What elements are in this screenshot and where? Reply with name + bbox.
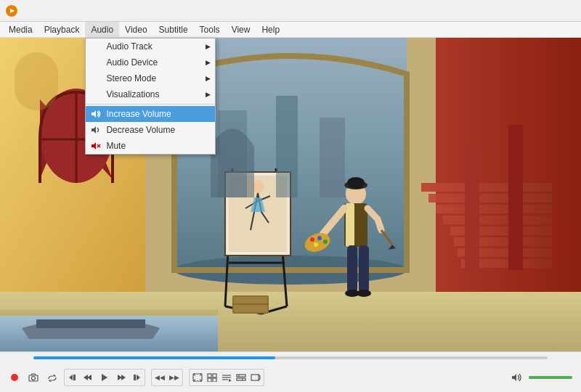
svg-rect-55	[359, 245, 369, 293]
svg-marker-3	[92, 126, 96, 134]
playback-controls	[64, 369, 145, 386]
audio-dropdown: Audio Track Audio Device Stereo Mode Vis…	[85, 38, 216, 155]
close-button[interactable]	[556, 4, 575, 18]
svg-point-44	[347, 177, 365, 189]
svg-rect-54	[347, 245, 357, 293]
volume-fill	[529, 376, 572, 379]
menu-stereo-mode[interactable]: Stereo Mode	[86, 70, 215, 86]
menu-visualizations[interactable]: Visualizations	[86, 86, 215, 102]
window-controls	[516, 4, 575, 18]
svg-rect-79	[213, 378, 216, 382]
record-dot	[11, 374, 18, 381]
svg-rect-78	[208, 378, 211, 382]
maximize-button[interactable]	[536, 4, 555, 18]
svg-rect-22	[436, 205, 552, 213]
visualizations-icon	[90, 89, 102, 100]
controls-bar: ◀◀ ▶▶	[0, 351, 581, 392]
svg-rect-28	[465, 147, 479, 270]
extended2-button[interactable]	[234, 370, 248, 385]
svg-point-51	[314, 242, 318, 247]
loop-button[interactable]	[44, 369, 61, 386]
record-button[interactable]	[6, 369, 23, 386]
faster-button[interactable]: ▶▶	[167, 370, 182, 385]
titlebar	[0, 0, 581, 22]
mute-icon	[90, 140, 102, 152]
extended-button[interactable]	[205, 370, 219, 385]
menu-subtitle[interactable]: Subtitle	[153, 22, 194, 38]
audio-device-icon	[90, 57, 102, 68]
snapshot-button[interactable]	[25, 369, 42, 386]
volume-area	[508, 369, 575, 386]
volume-icon-button[interactable]	[508, 369, 526, 386]
volume-bar[interactable]	[529, 376, 572, 379]
svg-rect-76	[208, 374, 211, 377]
progress-track[interactable]	[33, 356, 548, 359]
svg-rect-32	[0, 310, 218, 316]
menu-media[interactable]: Media	[3, 22, 38, 38]
minimize-button[interactable]	[516, 4, 535, 18]
speaker-up-icon	[90, 108, 102, 120]
menu-tools[interactable]: Tools	[194, 22, 226, 38]
svg-marker-70	[102, 374, 107, 381]
svg-point-49	[317, 236, 322, 240]
menu-mute[interactable]: Mute	[86, 138, 215, 154]
svg-rect-74	[134, 375, 136, 380]
svg-rect-33	[36, 319, 145, 328]
svg-rect-23	[443, 216, 552, 224]
app-icon	[6, 5, 17, 17]
menubar: Media Playback Audio Audio Track Audio D…	[0, 22, 581, 38]
prev-button[interactable]	[65, 370, 80, 385]
svg-rect-29	[508, 125, 523, 270]
speaker-down-icon	[90, 124, 102, 136]
menu-separator	[86, 104, 215, 105]
svg-marker-2	[92, 110, 96, 118]
menu-increase-volume[interactable]: Increase Volume	[86, 106, 215, 122]
svg-marker-83	[229, 379, 232, 382]
svg-marker-72	[121, 375, 126, 380]
progress-fill	[33, 356, 275, 359]
menu-playback[interactable]: Playback	[38, 22, 86, 38]
menu-audio[interactable]: Audio Audio Track Audio Device Stereo Mo…	[85, 22, 119, 38]
svg-marker-92	[512, 374, 516, 381]
svg-rect-85	[237, 378, 245, 380]
menu-help[interactable]: Help	[256, 22, 285, 38]
svg-rect-62	[276, 96, 298, 197]
progress-area	[0, 352, 581, 364]
svg-point-57	[357, 290, 371, 297]
svg-point-48	[310, 237, 314, 242]
audio-track-icon	[90, 41, 102, 52]
slower-button[interactable]: ◀◀	[153, 370, 167, 385]
svg-rect-20	[421, 183, 552, 192]
svg-rect-19	[15, 52, 58, 110]
svg-marker-66	[69, 375, 73, 380]
menu-view[interactable]: View	[226, 22, 256, 38]
svg-rect-84	[237, 375, 245, 377]
controls-row: ◀◀ ▶▶	[0, 364, 581, 392]
stereo-mode-icon	[90, 73, 102, 84]
menu-video[interactable]: Video	[119, 22, 153, 38]
svg-rect-77	[213, 374, 216, 377]
svg-rect-21	[428, 194, 552, 203]
menu-decrease-volume[interactable]: Decrease Volume	[86, 122, 215, 138]
svg-rect-88	[251, 375, 259, 380]
fullscreen-button[interactable]	[190, 370, 205, 385]
menu-audio-track[interactable]: Audio Track	[86, 38, 215, 54]
svg-rect-63	[320, 118, 345, 197]
extra-controls: ◀◀ ▶▶	[151, 369, 183, 386]
playlist-button[interactable]	[219, 370, 234, 385]
svg-point-65	[32, 377, 36, 380]
svg-rect-67	[73, 375, 76, 380]
svg-marker-4	[92, 142, 96, 150]
svg-point-50	[323, 240, 328, 244]
forward-button[interactable]	[115, 370, 129, 385]
view-controls	[189, 369, 264, 386]
rewind-button[interactable]	[80, 370, 94, 385]
play-button[interactable]	[94, 370, 115, 385]
svg-marker-73	[137, 375, 140, 380]
next-button[interactable]	[129, 370, 144, 385]
menu-audio-device[interactable]: Audio Device	[86, 54, 215, 70]
frame-button[interactable]	[248, 370, 263, 385]
